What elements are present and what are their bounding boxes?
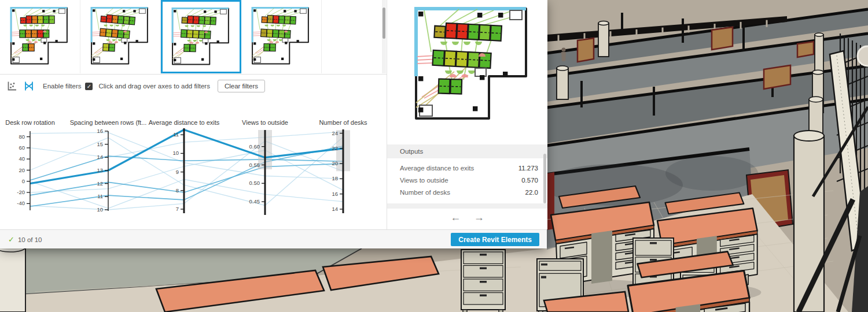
svg-text:7: 7 bbox=[176, 206, 179, 212]
svg-text:Spacing between rows (ft...: Spacing between rows (ft... bbox=[70, 119, 147, 126]
generative-design-dialog: Enable filters ✓ Click and drag over axe… bbox=[0, 0, 547, 248]
output-row-1: Average distance to exits11.273 bbox=[387, 162, 547, 174]
check-icon: ✓ bbox=[8, 235, 14, 244]
output-label: Views to outside bbox=[400, 174, 521, 187]
svg-text:10: 10 bbox=[172, 150, 179, 156]
svg-text:16: 16 bbox=[97, 128, 103, 134]
svg-text:12: 12 bbox=[97, 180, 103, 187]
svg-text:0.45: 0.45 bbox=[249, 198, 260, 205]
svg-text:11: 11 bbox=[173, 131, 179, 138]
svg-text:-40: -40 bbox=[17, 200, 25, 206]
parallel-coordinates-plot[interactable]: 806040200-20-40Desk row rotation16151413… bbox=[0, 0, 387, 248]
output-value: 22.0 bbox=[525, 187, 538, 199]
output-row-3: Number of desks22.0 bbox=[387, 187, 547, 199]
output-row-2: Views to outside0.570 bbox=[387, 174, 547, 187]
svg-text:0.50: 0.50 bbox=[249, 180, 260, 186]
result-count-label: 10 of 10 bbox=[18, 236, 42, 243]
svg-text:24: 24 bbox=[332, 130, 338, 136]
svg-text:Number of desks: Number of desks bbox=[319, 119, 367, 126]
selected-option-panel: Outputs Average distance to exits11.273V… bbox=[387, 0, 547, 229]
svg-text:15: 15 bbox=[97, 141, 103, 147]
svg-text:0.60: 0.60 bbox=[249, 143, 260, 150]
svg-text:20: 20 bbox=[19, 167, 25, 173]
svg-text:80: 80 bbox=[19, 133, 25, 140]
svg-text:22: 22 bbox=[332, 145, 338, 151]
svg-text:13: 13 bbox=[97, 167, 103, 173]
next-option-arrow[interactable]: → bbox=[474, 211, 484, 223]
svg-text:Desk row rotation: Desk row rotation bbox=[5, 119, 55, 126]
output-value: 11.273 bbox=[518, 162, 538, 174]
svg-text:14: 14 bbox=[97, 154, 103, 160]
output-label: Average distance to exits bbox=[400, 162, 518, 174]
svg-text:0.55: 0.55 bbox=[249, 162, 260, 168]
svg-text:16: 16 bbox=[332, 191, 338, 197]
result-count: ✓10 of 10 bbox=[8, 235, 42, 244]
selected-option-floor-plan-preview bbox=[413, 6, 533, 121]
svg-text:20: 20 bbox=[332, 160, 338, 166]
outputs-table: Average distance to exits11.273Views to … bbox=[387, 162, 547, 199]
outputs-header: Outputs bbox=[387, 144, 547, 158]
outputs-divider bbox=[387, 203, 547, 209]
svg-text:8: 8 bbox=[176, 187, 179, 194]
previous-option-arrow[interactable]: ← bbox=[450, 211, 461, 223]
svg-text:0: 0 bbox=[22, 178, 25, 184]
output-label: Number of desks bbox=[400, 187, 525, 199]
svg-text:-20: -20 bbox=[17, 189, 25, 195]
dialog-bottom-bar: ✓10 of 10 Create Revit Elements bbox=[0, 229, 547, 248]
svg-text:11: 11 bbox=[97, 193, 103, 199]
option-navigation: ← → bbox=[387, 211, 547, 224]
create-revit-elements-button[interactable]: Create Revit Elements bbox=[451, 233, 539, 246]
output-value: 0.570 bbox=[521, 174, 538, 187]
svg-text:Views to outside: Views to outside bbox=[242, 119, 288, 126]
svg-text:9: 9 bbox=[176, 169, 179, 175]
svg-text:10: 10 bbox=[97, 206, 103, 213]
svg-text:18: 18 bbox=[332, 175, 338, 181]
svg-text:60: 60 bbox=[19, 144, 25, 151]
panel-scrollbar-thumb[interactable] bbox=[543, 154, 546, 203]
svg-text:14: 14 bbox=[332, 206, 338, 212]
svg-text:Average distance to exits: Average distance to exits bbox=[149, 119, 220, 126]
svg-text:40: 40 bbox=[19, 155, 25, 162]
